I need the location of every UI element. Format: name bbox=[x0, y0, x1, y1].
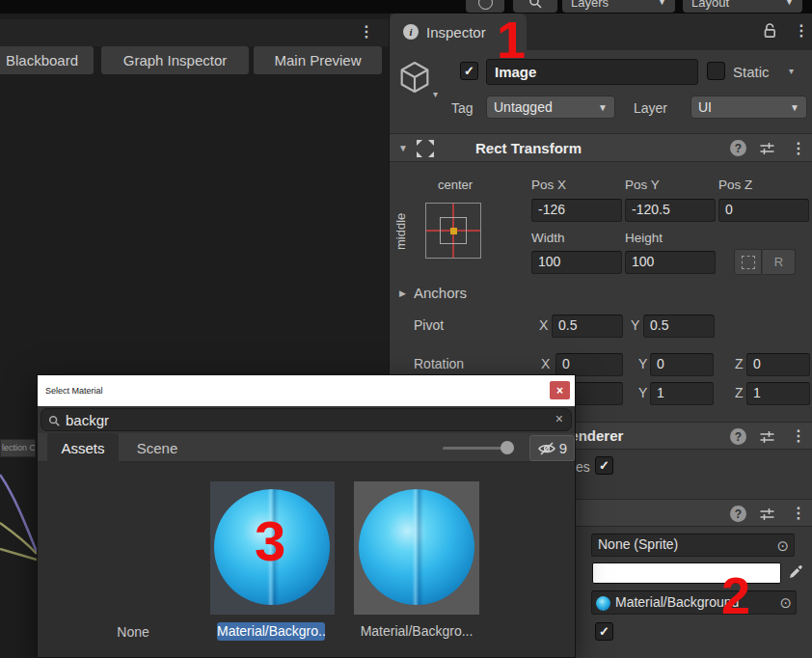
raw-edit-label: R bbox=[774, 255, 783, 269]
zoom-slider-handle[interactable] bbox=[501, 441, 514, 454]
graph-wires bbox=[0, 457, 37, 578]
component-kebab-icon[interactable]: ⋮ bbox=[791, 427, 806, 445]
width-field[interactable]: 100 bbox=[531, 251, 622, 274]
tab-inspector-label: Inspector bbox=[426, 24, 486, 41]
search-icon bbox=[48, 415, 60, 426]
foldout-open-icon[interactable]: ▼ bbox=[398, 143, 408, 153]
component-kebab-icon[interactable]: ⋮ bbox=[791, 140, 806, 157]
help-icon[interactable]: ? bbox=[730, 506, 746, 522]
tag-value: Untagged bbox=[494, 97, 553, 118]
scale-y-axis-label: Y bbox=[638, 385, 647, 400]
pivot-y-field[interactable]: 0.5 bbox=[643, 315, 715, 338]
tab-blackboard-label: Blackboard bbox=[6, 52, 78, 69]
close-icon: × bbox=[556, 384, 563, 398]
rect-transform-header[interactable]: ▼ Rect Transform ? ⋮ bbox=[390, 133, 812, 162]
tab-scene[interactable]: Scene bbox=[119, 433, 196, 462]
cull-transparent-mesh-checkbox[interactable]: ✓ bbox=[595, 456, 613, 475]
tab-main-preview[interactable]: Main Preview bbox=[254, 46, 382, 74]
help-icon[interactable]: ? bbox=[730, 428, 746, 445]
tab-scene-label: Scene bbox=[137, 440, 178, 456]
rotation-z-field[interactable]: 0 bbox=[746, 353, 810, 376]
color-swatch[interactable] bbox=[592, 562, 781, 584]
scale-z-field[interactable]: 1 bbox=[746, 382, 810, 405]
cull-row-label-fragment: es bbox=[576, 459, 590, 475]
unity-editor-window: Layers ▼ Layout ▼ ⋮ Blackboard Graph Ins… bbox=[0, 0, 812, 658]
pos-z-field[interactable]: 0 bbox=[718, 199, 809, 222]
inspector-tabbar: i Inspector ⋮ bbox=[390, 14, 812, 50]
static-dropdown-icon[interactable]: ▾ bbox=[789, 66, 794, 76]
hidden-count: 9 bbox=[559, 440, 567, 456]
inspector-kebab-icon[interactable]: ⋮ bbox=[794, 22, 809, 40]
eyedropper-icon[interactable] bbox=[787, 563, 804, 581]
raycast-target-checkbox[interactable]: ✓ bbox=[595, 622, 613, 641]
pos-x-field[interactable]: -126 bbox=[531, 199, 622, 222]
source-image-object-field[interactable]: None (Sprite) ⊙ bbox=[591, 534, 795, 557]
tab-graph-inspector[interactable]: Graph Inspector bbox=[101, 46, 249, 74]
pos-y-field[interactable]: -120.5 bbox=[625, 199, 716, 222]
tag-dropdown[interactable]: Untagged ▼ bbox=[486, 96, 615, 119]
clear-search-icon[interactable]: × bbox=[555, 411, 563, 426]
presets-icon[interactable] bbox=[759, 507, 775, 522]
cube-dropdown-icon[interactable]: ▾ bbox=[433, 89, 438, 99]
blueprint-mode-button[interactable] bbox=[734, 249, 762, 275]
search-input-wrap[interactable]: × bbox=[41, 408, 572, 431]
layers-dropdown[interactable]: Layers ▼ bbox=[562, 0, 675, 13]
height-label: Height bbox=[625, 231, 663, 246]
static-label: Static bbox=[733, 65, 770, 80]
component-kebab-icon[interactable]: ⋮ bbox=[791, 505, 806, 522]
graph-node-title: lection O bbox=[2, 443, 36, 452]
check-icon: ✓ bbox=[464, 64, 474, 78]
tab-blackboard[interactable]: Blackboard bbox=[0, 46, 94, 74]
layout-dropdown[interactable]: Layout ▼ bbox=[683, 0, 802, 13]
dialog-tabrow: Assets Scene 9 bbox=[38, 433, 575, 462]
anchors-label[interactable]: Anchors bbox=[414, 286, 467, 301]
graph-toolbar: ⋮ bbox=[0, 19, 389, 46]
anchor-preset-widget[interactable] bbox=[425, 203, 481, 259]
scale-z-axis-label: Z bbox=[735, 385, 744, 400]
select-material-dialog: Select Material × × Assets Scene bbox=[37, 374, 576, 658]
scale-y-field[interactable]: 1 bbox=[650, 382, 714, 405]
layer-value: UI bbox=[698, 97, 712, 118]
material-object-field[interactable]: Material/Background ⊙ bbox=[591, 590, 797, 615]
rotation-y-field[interactable]: 0 bbox=[650, 353, 714, 376]
pivot-x-field[interactable]: 0.5 bbox=[552, 315, 623, 338]
pos-z-label: Pos Z bbox=[718, 178, 752, 193]
tab-main-preview-label: Main Preview bbox=[274, 52, 361, 69]
close-button[interactable]: × bbox=[550, 381, 570, 399]
search-input[interactable] bbox=[64, 410, 527, 429]
item-none-label[interactable]: None bbox=[95, 624, 172, 640]
chevron-down-icon: ▼ bbox=[790, 97, 799, 118]
item-selected-label[interactable]: Material/Backgro... bbox=[217, 622, 325, 641]
kebab-menu-icon[interactable]: ⋮ bbox=[359, 23, 374, 41]
active-checkbox[interactable]: ✓ bbox=[460, 62, 478, 80]
height-field[interactable]: 100 bbox=[625, 251, 716, 274]
layer-label: Layer bbox=[634, 100, 667, 116]
source-image-value: None (Sprite) bbox=[598, 536, 678, 552]
static-checkbox[interactable] bbox=[707, 62, 725, 80]
help-icon[interactable]: ? bbox=[730, 140, 746, 156]
item-label[interactable]: Material/Backgro... bbox=[355, 623, 478, 639]
cube-icon[interactable] bbox=[395, 58, 434, 96]
presets-icon[interactable] bbox=[759, 429, 775, 445]
tag-label: Tag bbox=[451, 100, 474, 116]
raw-edit-mode-button[interactable]: R bbox=[763, 249, 796, 275]
object-picker-icon[interactable]: ⊙ bbox=[779, 595, 792, 610]
rotation-x-axis-label: X bbox=[541, 356, 550, 371]
lock-open-icon[interactable] bbox=[761, 22, 778, 40]
dialog-titlebar[interactable]: Select Material × bbox=[38, 375, 575, 406]
graph-node-fragment[interactable]: lection O bbox=[0, 439, 36, 457]
object-picker-icon[interactable]: ⊙ bbox=[776, 538, 789, 553]
anchor-pivot-dot bbox=[450, 228, 457, 234]
presets-icon[interactable] bbox=[759, 141, 775, 156]
dialog-title: Select Material bbox=[38, 386, 103, 396]
tab-assets[interactable]: Assets bbox=[47, 433, 119, 462]
material-thumbnail[interactable] bbox=[354, 481, 479, 615]
rotation-x-field[interactable]: 0 bbox=[555, 353, 623, 376]
pivot-label: Pivot bbox=[414, 317, 444, 333]
width-label: Width bbox=[531, 231, 565, 246]
anchors-foldout-icon[interactable]: ▶ bbox=[399, 288, 406, 298]
pivot-x-axis-label: X bbox=[539, 317, 548, 333]
layer-dropdown[interactable]: UI ▼ bbox=[690, 96, 807, 119]
hidden-packages-button[interactable]: 9 bbox=[529, 435, 575, 461]
rect-transform-title: Rect Transform bbox=[475, 140, 582, 156]
